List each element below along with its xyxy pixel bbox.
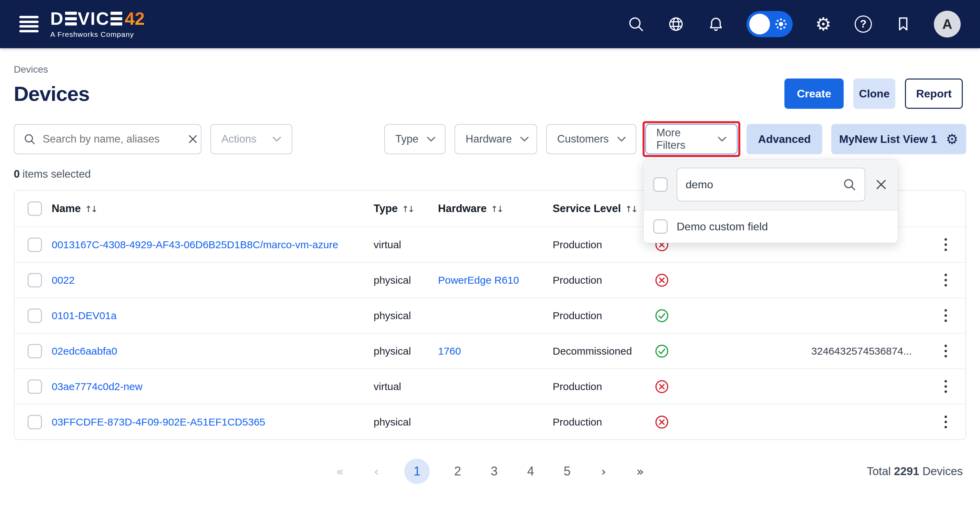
select-all-fields-checkbox[interactable] bbox=[653, 177, 668, 192]
row-checkbox[interactable] bbox=[27, 273, 42, 287]
circle-check-icon bbox=[654, 308, 670, 323]
list-view-button[interactable]: MyNew List View 1 ⚙ bbox=[831, 124, 966, 154]
page-number-button[interactable]: 1 bbox=[404, 459, 430, 484]
table-body: 0013167C-4308-4929-AF43-06D6B25D1B8C/mar… bbox=[14, 227, 966, 439]
device-type: virtual bbox=[374, 381, 438, 392]
page-title: Devices bbox=[14, 82, 89, 106]
row-checkbox[interactable] bbox=[27, 415, 42, 429]
status-cell bbox=[654, 414, 685, 430]
table-row: 03ae7774c0d2-new virtual Production bbox=[14, 368, 966, 404]
theme-toggle[interactable] bbox=[746, 11, 793, 37]
search-input[interactable] bbox=[43, 133, 180, 145]
page-number-button[interactable]: 3 bbox=[485, 464, 503, 478]
row-menu-kebab-icon[interactable] bbox=[941, 412, 950, 432]
report-button[interactable]: Report bbox=[905, 78, 963, 109]
device-name-link[interactable]: 0022 bbox=[52, 275, 75, 286]
hardware-link[interactable]: PowerEdge R610 bbox=[438, 275, 519, 286]
customers-filter-dropdown[interactable]: Customers bbox=[546, 124, 636, 154]
navbar-actions: ⚙ ? A bbox=[627, 11, 961, 38]
field-search-input[interactable] bbox=[686, 178, 837, 191]
sort-icon[interactable]: ↑↓ bbox=[491, 204, 503, 214]
gear-icon[interactable]: ⚙ bbox=[946, 131, 958, 147]
status-cell bbox=[654, 344, 685, 359]
settings-gear-icon[interactable]: ⚙ bbox=[814, 15, 833, 33]
row-checkbox[interactable] bbox=[27, 238, 42, 252]
device-search-input-wrap bbox=[14, 124, 202, 154]
logo-letter: D bbox=[50, 10, 64, 27]
device-name-link[interactable]: 03ae7774c0d2-new bbox=[52, 381, 143, 392]
service-level: Decommissioned bbox=[553, 345, 654, 357]
field-option-row[interactable]: Demo custom field bbox=[644, 210, 898, 243]
row-checkbox[interactable] bbox=[27, 344, 42, 359]
hardware-link[interactable]: 1760 bbox=[438, 345, 461, 357]
first-page-button[interactable]: « bbox=[331, 464, 348, 478]
logo-letters: VIC bbox=[78, 10, 110, 27]
pagination: « ‹ 12345 › » Total 2291 Devices bbox=[14, 456, 966, 487]
sort-icon[interactable]: ↑↓ bbox=[402, 204, 414, 214]
logo-stylized-e-icon bbox=[65, 12, 77, 25]
search-icon[interactable] bbox=[627, 15, 645, 33]
demo-custom-field-checkbox[interactable] bbox=[653, 219, 668, 234]
column-header-type[interactable]: Type↑↓ bbox=[374, 202, 438, 215]
selection-count: 0 bbox=[14, 168, 20, 180]
row-menu-kebab-icon[interactable] bbox=[941, 376, 950, 396]
more-filters-dropdown[interactable]: More Filters bbox=[645, 124, 738, 154]
circle-x-icon bbox=[654, 379, 670, 394]
column-header-hardware[interactable]: Hardware↑↓ bbox=[438, 202, 553, 215]
select-all-checkbox[interactable] bbox=[27, 202, 42, 216]
advanced-button[interactable]: Advanced bbox=[746, 124, 822, 154]
row-menu-kebab-icon[interactable] bbox=[941, 341, 950, 361]
create-button[interactable]: Create bbox=[784, 78, 844, 109]
device-name-link[interactable]: 03FFCDFE-873D-4F09-902E-A51EF1CD5365 bbox=[52, 416, 265, 427]
last-page-button[interactable]: » bbox=[632, 464, 649, 478]
custom-field-value: 3246432574536874... bbox=[685, 345, 926, 357]
prev-page-button[interactable]: ‹ bbox=[368, 464, 385, 478]
bookmark-icon[interactable] bbox=[894, 15, 913, 33]
help-icon[interactable]: ? bbox=[854, 15, 873, 33]
page-number-button[interactable]: 5 bbox=[558, 464, 576, 478]
column-header-name[interactable]: Name↑↓ bbox=[52, 202, 374, 215]
device-type: physical bbox=[374, 345, 438, 357]
device-name-link[interactable]: 02edc6aabfa0 bbox=[52, 345, 117, 357]
notifications-bell-icon[interactable] bbox=[706, 15, 725, 33]
device-name-link[interactable]: 0013167C-4308-4929-AF43-06D6B25D1B8C/mar… bbox=[52, 239, 338, 250]
more-filters-wrap: More Filters Demo custom field bbox=[645, 124, 738, 154]
type-filter-dropdown[interactable]: Type bbox=[384, 124, 445, 154]
page-number-button[interactable]: 2 bbox=[449, 464, 466, 478]
breadcrumb[interactable]: Devices bbox=[14, 64, 966, 75]
page-number-button[interactable]: 4 bbox=[522, 464, 539, 478]
device-type: physical bbox=[374, 416, 438, 428]
clone-button[interactable]: Clone bbox=[853, 78, 895, 109]
sort-icon[interactable]: ↑↓ bbox=[85, 204, 96, 214]
more-filters-panel: Demo custom field bbox=[643, 159, 898, 243]
close-icon[interactable] bbox=[874, 178, 888, 191]
circle-x-icon bbox=[654, 414, 670, 430]
sort-icon[interactable]: ↑↓ bbox=[625, 204, 637, 214]
actions-dropdown[interactable]: Actions bbox=[210, 124, 292, 154]
status-cell bbox=[654, 273, 685, 288]
row-checkbox[interactable] bbox=[27, 308, 42, 323]
next-page-button[interactable]: › bbox=[595, 464, 612, 478]
menu-icon[interactable] bbox=[19, 16, 38, 32]
chevron-down-icon bbox=[426, 137, 436, 142]
row-menu-kebab-icon[interactable] bbox=[941, 235, 950, 254]
user-avatar[interactable]: A bbox=[934, 11, 961, 38]
table-row: 03FFCDFE-873D-4F09-902E-A51EF1CD5365 phy… bbox=[14, 404, 966, 439]
device42-logo[interactable]: D VIC 42 A Freshworks Company bbox=[50, 10, 145, 38]
row-menu-kebab-icon[interactable] bbox=[941, 270, 950, 290]
clear-search-icon[interactable] bbox=[187, 133, 199, 145]
column-header-service-level[interactable]: Service Level↑↓ bbox=[553, 202, 654, 215]
total-devices-label: Total 2291 Devices bbox=[867, 465, 963, 478]
table-row: 02edc6aabfa0 physical 1760 Decommissione… bbox=[14, 333, 966, 368]
row-checkbox[interactable] bbox=[27, 380, 42, 394]
hardware-filter-dropdown[interactable]: Hardware bbox=[455, 124, 537, 154]
logo-tagline: A Freshworks Company bbox=[50, 30, 145, 38]
device-name-link[interactable]: 0101-DEV01a bbox=[52, 310, 116, 321]
globe-icon[interactable] bbox=[667, 15, 685, 33]
device-type: physical bbox=[374, 275, 438, 286]
table-row: 0022 physical PowerEdge R610 Production bbox=[14, 262, 966, 297]
row-menu-kebab-icon[interactable] bbox=[941, 306, 950, 326]
circle-x-icon bbox=[654, 273, 670, 288]
field-search-wrap bbox=[677, 168, 865, 202]
service-level: Production bbox=[553, 275, 654, 286]
